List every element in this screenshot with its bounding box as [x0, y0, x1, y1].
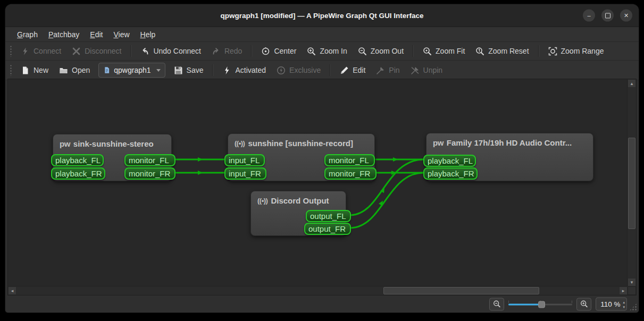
zoom-range-button[interactable]: Zoom Range: [543, 44, 609, 58]
pin-button[interactable]: Pin: [371, 63, 405, 78]
node-title: sunshine [sunshine-record]: [248, 139, 353, 148]
scroll-right-icon: ▸: [622, 288, 625, 293]
vertical-scrollbar[interactable]: ▴ ▾: [627, 79, 636, 286]
close-button[interactable]: ✕: [620, 10, 632, 22]
horizontal-scrollbar[interactable]: ◂ ▸: [8, 286, 628, 295]
port-output-fl[interactable]: output_FL: [306, 210, 351, 222]
new-button[interactable]: New: [15, 63, 54, 78]
close-icon: ✕: [624, 13, 629, 19]
maximize-button[interactable]: [601, 10, 614, 22]
session-combo[interactable]: qpwgraph1: [98, 63, 165, 78]
scrollbar-corner: [628, 286, 636, 295]
zoom-out-small-button[interactable]: [489, 298, 504, 310]
zoom-fit-button[interactable]: Zoom Fit: [417, 44, 470, 58]
pipewire-icon: pw: [60, 139, 70, 148]
undo-connect-button[interactable]: Undo Connect: [135, 44, 206, 58]
node-title: sink-sunshine-stereo: [73, 139, 154, 148]
port-monitor-fr[interactable]: monitor_FR: [124, 167, 175, 180]
scroll-up-button[interactable]: ▴: [628, 79, 636, 88]
menu-help[interactable]: Help: [135, 29, 161, 40]
toolbar-drag-handle[interactable]: [10, 64, 12, 76]
redo-button[interactable]: Redo: [206, 44, 247, 58]
port-monitor-fr[interactable]: monitor_FR: [324, 167, 377, 180]
save-label: Save: [187, 66, 204, 74]
node-header: pw Family 17h/19h HD Audio Contr...: [426, 133, 593, 147]
zoom-slider[interactable]: [508, 299, 572, 309]
open-button[interactable]: Open: [54, 63, 95, 78]
port-playback-fl[interactable]: playback_FL: [51, 154, 104, 166]
node-sunshine[interactable]: ((•)) sunshine [sunshine-record] input_F…: [228, 133, 375, 181]
edit-button[interactable]: Edit: [334, 63, 371, 78]
slider-handle[interactable]: [538, 301, 545, 308]
redo-icon: [212, 47, 221, 56]
window-title: qpwgraph1 [modified] — A PipeWire Graph …: [220, 12, 423, 20]
toolbar-drag-handle[interactable]: [10, 45, 12, 57]
zoom-in-button[interactable]: Zoom In: [302, 44, 352, 58]
pin-icon: [376, 66, 385, 75]
node-discord-output[interactable]: ((•)) Discord Output output_FL output_FR: [250, 191, 346, 236]
center-label: Center: [274, 47, 296, 55]
zoom-controls: 110 % ▴ ▾: [489, 298, 627, 311]
session-file-icon: [103, 66, 111, 74]
zoom-in-small-button[interactable]: [576, 298, 591, 310]
save-button[interactable]: Save: [169, 63, 209, 78]
zoom-range-icon: [548, 47, 557, 56]
scroll-left-button[interactable]: ◂: [8, 286, 16, 295]
edit-pencil-icon: [340, 66, 349, 75]
port-playback-fl[interactable]: playback_FL: [423, 155, 476, 167]
resize-grip[interactable]: [629, 303, 637, 311]
scroll-left-icon: ◂: [11, 288, 14, 293]
titlebar[interactable]: qpwgraph1 [modified] — A PipeWire Graph …: [5, 4, 639, 27]
port-monitor-fl[interactable]: monitor_FL: [324, 154, 375, 166]
toolbar-separator: [538, 45, 539, 57]
zoom-spinbox[interactable]: 110 % ▴ ▾: [596, 298, 627, 311]
unpin-button[interactable]: Unpin: [405, 63, 448, 78]
menu-graph[interactable]: Graph: [12, 29, 43, 40]
menu-view[interactable]: View: [108, 29, 135, 40]
node-family-hd-audio[interactable]: pw Family 17h/19h HD Audio Contr... play…: [426, 133, 593, 181]
spin-arrows[interactable]: ▴ ▾: [623, 300, 625, 308]
vertical-scroll-thumb[interactable]: [628, 138, 635, 229]
minimize-button[interactable]: –: [583, 10, 595, 22]
redo-label: Redo: [224, 47, 242, 55]
port-input-fl[interactable]: input_FL: [224, 154, 265, 166]
disconnect-button[interactable]: Disconnect: [66, 44, 127, 58]
connect-button[interactable]: Connect: [15, 44, 66, 58]
open-label: Open: [72, 66, 90, 74]
scroll-right-button[interactable]: ▸: [619, 286, 628, 295]
zoom-in-label: Zoom In: [320, 47, 347, 55]
port-output-fr[interactable]: output_FR: [304, 223, 351, 235]
node-sink-sunshine-stereo[interactable]: pw sink-sunshine-stereo playback_FL play…: [53, 134, 172, 181]
port-playback-fr[interactable]: playback_FR: [51, 167, 105, 180]
port-input-fr[interactable]: input_FR: [224, 167, 266, 180]
unpin-label: Unpin: [423, 66, 443, 74]
zoom-out-label: Zoom Out: [371, 47, 404, 55]
horizontal-scroll-thumb[interactable]: [383, 287, 539, 294]
session-combo-value: qpwgraph1: [114, 66, 150, 74]
scroll-down-button[interactable]: ▾: [628, 278, 636, 286]
toolbar-separator: [330, 64, 331, 76]
zoom-reset-button[interactable]: Zoom Reset: [470, 44, 534, 58]
toolbar-separator: [413, 45, 414, 57]
port-playback-fr[interactable]: playback_FR: [423, 167, 478, 180]
center-button[interactable]: Center: [256, 44, 302, 58]
zoom-in-icon: [307, 47, 316, 56]
undo-icon: [140, 47, 149, 56]
activated-button[interactable]: Activated: [217, 63, 271, 78]
toolbar-separator: [130, 45, 131, 57]
toolbar-file: New Open qpwgraph1 Save Activated Exclus…: [5, 61, 639, 80]
open-folder-icon: [59, 66, 68, 75]
menu-patchbay[interactable]: Patchbay: [43, 29, 85, 40]
undo-connect-label: Undo Connect: [153, 47, 201, 55]
port-monitor-fl[interactable]: monitor_FL: [124, 154, 175, 166]
minimize-icon: –: [587, 13, 590, 19]
exclusive-button[interactable]: Exclusive: [271, 63, 326, 78]
menu-edit[interactable]: Edit: [85, 29, 108, 40]
graph-layer: pw sink-sunshine-stereo playback_FL play…: [9, 80, 628, 287]
zoom-out-button[interactable]: Zoom Out: [353, 44, 409, 58]
graph-canvas[interactable]: pw sink-sunshine-stereo playback_FL play…: [7, 79, 637, 295]
spin-up-icon: ▴: [623, 300, 625, 303]
zoom-fit-icon: [423, 47, 432, 56]
toolbar-separator: [212, 64, 213, 76]
node-header: ((•)) Discord Output: [251, 191, 346, 205]
